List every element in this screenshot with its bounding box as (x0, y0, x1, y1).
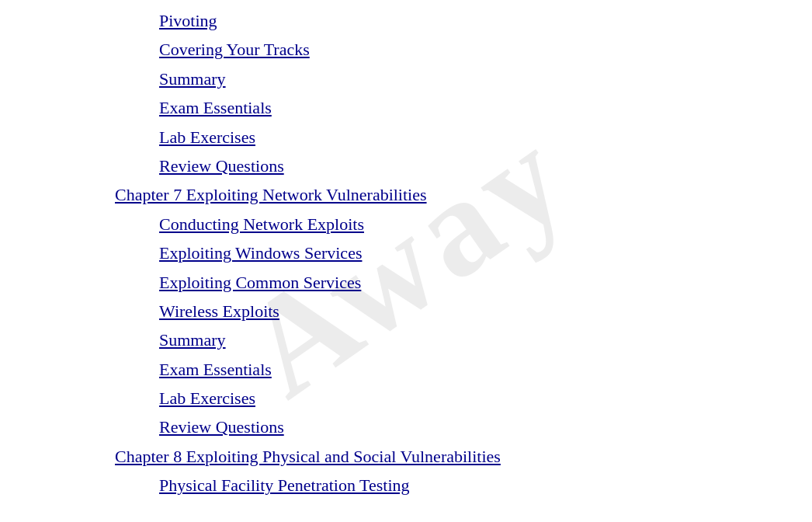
toc-item-physical-facility[interactable]: Physical Facility Penetration Testing (0, 471, 812, 499)
toc-link-review-questions-2[interactable]: Review Questions (159, 417, 284, 437)
toc-container: PivotingCovering Your TracksSummaryExam … (0, 0, 812, 500)
toc-item-lab-exercises-2[interactable]: Lab Exercises (0, 384, 812, 412)
toc-link-review-questions-1[interactable]: Review Questions (159, 156, 284, 176)
toc-item-review-questions-1[interactable]: Review Questions (0, 151, 812, 180)
toc-item-summary-1[interactable]: Summary (0, 64, 812, 93)
toc-item-pivoting[interactable]: Pivoting (0, 6, 812, 35)
toc-item-chapter-8[interactable]: Chapter 8 Exploiting Physical and Social… (0, 442, 812, 471)
toc-item-lab-exercises-1[interactable]: Lab Exercises (0, 123, 812, 151)
toc-item-exploiting-windows-services[interactable]: Exploiting Windows Services (0, 238, 812, 267)
toc-link-exploiting-common-services[interactable]: Exploiting Common Services (159, 273, 361, 292)
toc-link-exam-essentials-1[interactable]: Exam Essentials (159, 98, 272, 117)
toc-link-wireless-exploits[interactable]: Wireless Exploits (159, 301, 279, 321)
toc-link-exploiting-windows-services[interactable]: Exploiting Windows Services (159, 243, 362, 263)
toc-link-chapter-8[interactable]: Chapter 8 Exploiting Physical and Social… (115, 447, 501, 466)
toc-link-chapter-7[interactable]: Chapter 7 Exploiting Network Vulnerabili… (115, 185, 427, 204)
toc-link-pivoting[interactable]: Pivoting (159, 11, 217, 30)
toc-link-lab-exercises-2[interactable]: Lab Exercises (159, 388, 255, 408)
toc-item-wireless-exploits[interactable]: Wireless Exploits (0, 297, 812, 325)
toc-item-conducting-network-exploits[interactable]: Conducting Network Exploits (0, 210, 812, 238)
toc-link-physical-facility[interactable]: Physical Facility Penetration Testing (159, 475, 410, 495)
toc-item-exploiting-common-services[interactable]: Exploiting Common Services (0, 268, 812, 297)
toc-link-summary-2[interactable]: Summary (159, 330, 226, 350)
toc-item-covering-your-tracks[interactable]: Covering Your Tracks (0, 35, 812, 64)
toc-item-summary-2[interactable]: Summary (0, 325, 812, 354)
toc-link-conducting-network-exploits[interactable]: Conducting Network Exploits (159, 214, 364, 234)
toc-item-review-questions-2[interactable]: Review Questions (0, 412, 812, 441)
toc-item-exam-essentials-1[interactable]: Exam Essentials (0, 93, 812, 122)
toc-link-exam-essentials-2[interactable]: Exam Essentials (159, 360, 272, 379)
toc-link-summary-1[interactable]: Summary (159, 69, 226, 89)
toc-item-chapter-7[interactable]: Chapter 7 Exploiting Network Vulnerabili… (0, 180, 812, 209)
toc-link-lab-exercises-1[interactable]: Lab Exercises (159, 127, 255, 147)
toc-item-exam-essentials-2[interactable]: Exam Essentials (0, 355, 812, 384)
toc-link-covering-your-tracks[interactable]: Covering Your Tracks (159, 40, 310, 59)
